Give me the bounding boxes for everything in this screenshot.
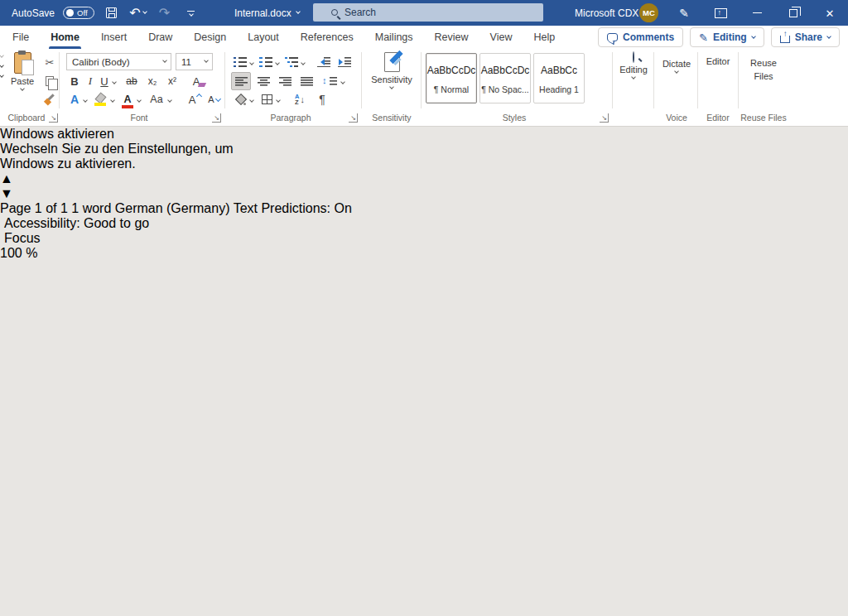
- shrink-font-button[interactable]: A: [203, 91, 219, 108]
- borders-dropdown[interactable]: [274, 93, 282, 109]
- numbering-button[interactable]: [258, 54, 273, 70]
- align-center-button[interactable]: [253, 73, 273, 89]
- style-name: Heading 1: [534, 84, 584, 94]
- highlight-button[interactable]: [93, 91, 108, 108]
- align-right-button[interactable]: [275, 73, 295, 89]
- style-no-spacing[interactable]: AaBbCcDc ¶ No Spac...: [479, 53, 531, 103]
- font-color-button[interactable]: A: [120, 91, 135, 108]
- chevron-down-icon: [20, 86, 25, 91]
- highlight-dropdown[interactable]: [108, 93, 117, 109]
- undo-button[interactable]: [129, 0, 147, 26]
- tab-home[interactable]: Home: [40, 26, 90, 49]
- editing-mode-button[interactable]: Editing: [690, 27, 764, 47]
- tab-draw[interactable]: Draw: [137, 26, 183, 49]
- avatar[interactable]: MC: [639, 3, 658, 22]
- tab-help[interactable]: Help: [523, 26, 566, 49]
- restore-button[interactable]: [775, 0, 812, 26]
- shading-dropdown[interactable]: [248, 93, 256, 109]
- bullets-dropdown[interactable]: [248, 55, 256, 72]
- change-case-icon: Aa: [150, 94, 162, 105]
- change-case-dropdown[interactable]: [166, 93, 174, 109]
- font-color-dropdown[interactable]: [135, 93, 143, 109]
- borders-button[interactable]: [259, 91, 274, 108]
- page-indicator[interactable]: Page 1 of 1: [0, 201, 68, 215]
- tab-design[interactable]: Design: [183, 26, 237, 49]
- tab-mailings[interactable]: Mailings: [364, 26, 424, 49]
- format-painter-button[interactable]: [41, 91, 58, 108]
- clipboard-dialog-launcher[interactable]: [49, 113, 58, 123]
- line-spacing-button[interactable]: [320, 73, 339, 89]
- superscript-button[interactable]: x²: [164, 73, 181, 89]
- dictate-button[interactable]: Dictate: [658, 52, 696, 73]
- subscript-button[interactable]: x₂: [144, 73, 161, 89]
- sort-button[interactable]: AZ: [290, 91, 310, 108]
- multilevel-dropdown[interactable]: [299, 55, 307, 72]
- copy-button[interactable]: [41, 73, 58, 89]
- text-effects-dropdown[interactable]: [81, 93, 89, 109]
- document-canvas[interactable]: Windows aktivieren Wechseln Sie zu den E…: [0, 127, 848, 201]
- shading-button[interactable]: [233, 91, 248, 108]
- grow-font-button[interactable]: A: [184, 91, 200, 108]
- tab-review[interactable]: Review: [424, 26, 479, 49]
- comments-button[interactable]: Comments: [598, 27, 683, 47]
- tab-references[interactable]: References: [290, 26, 364, 49]
- style-normal[interactable]: AaBbCcDc ¶ Normal: [426, 53, 477, 103]
- underline-dropdown[interactable]: [110, 75, 118, 91]
- font-size-combobox[interactable]: 11: [176, 53, 213, 70]
- close-button[interactable]: [812, 0, 848, 26]
- autosave-toggle[interactable]: Off: [63, 7, 94, 19]
- line-spacing-dropdown[interactable]: [339, 75, 347, 91]
- align-left-button[interactable]: [231, 72, 251, 90]
- paragraph-dialog-launcher[interactable]: [349, 113, 358, 123]
- accessibility-indicator[interactable]: Accessibility: Good to go: [0, 216, 848, 231]
- numbering-dropdown[interactable]: [273, 55, 282, 72]
- font-family-combobox[interactable]: Calibri (Body): [66, 53, 171, 70]
- search-input[interactable]: Search: [313, 3, 543, 22]
- justify-button[interactable]: [296, 73, 316, 89]
- vertical-scrollbar[interactable]: ▲ ▼: [0, 171, 848, 201]
- cut-button[interactable]: [41, 54, 58, 70]
- sensitivity-button[interactable]: Sensitivity: [366, 52, 417, 89]
- bullets-button[interactable]: [233, 54, 248, 70]
- multilevel-list-button[interactable]: [284, 54, 299, 70]
- styles-dialog-launcher[interactable]: [600, 113, 609, 123]
- reuse-files-button[interactable]: Reuse Files: [741, 52, 786, 81]
- text-predictions-indicator[interactable]: Text Predictions: On: [234, 201, 352, 215]
- change-case-button[interactable]: Aa: [147, 91, 166, 108]
- style-heading-1[interactable]: AaBbCc Heading 1: [533, 53, 585, 103]
- ribbon-display-options-button[interactable]: [702, 0, 739, 26]
- sensitivity-icon: [384, 52, 400, 72]
- scroll-up-button[interactable]: ▲: [0, 171, 848, 186]
- document-title[interactable]: Internal.docx: [234, 0, 300, 26]
- minimize-button[interactable]: [739, 0, 775, 26]
- customize-quick-access-button[interactable]: [182, 0, 200, 26]
- tab-view[interactable]: View: [479, 26, 523, 49]
- ink-workspace-button[interactable]: [666, 0, 702, 26]
- underline-button[interactable]: U: [99, 73, 110, 89]
- clear-formatting-button[interactable]: A: [187, 73, 205, 89]
- decrease-indent-button[interactable]: [316, 54, 332, 70]
- tab-insert[interactable]: Insert: [90, 26, 137, 49]
- increase-indent-button[interactable]: [336, 54, 353, 70]
- italic-button[interactable]: I: [84, 73, 96, 89]
- save-button[interactable]: [103, 0, 121, 26]
- redo-button[interactable]: [156, 0, 174, 26]
- editing-button[interactable]: Editing: [616, 52, 651, 79]
- language-indicator[interactable]: German (Germany): [115, 201, 230, 215]
- tab-file[interactable]: File: [2, 26, 40, 49]
- editor-button[interactable]: Editor: [701, 52, 735, 67]
- focus-mode-button[interactable]: Focus: [0, 231, 848, 246]
- voice-group-label: Voice: [658, 113, 696, 123]
- zoom-level[interactable]: 100 %: [0, 246, 37, 260]
- tab-layout[interactable]: Layout: [237, 26, 290, 49]
- text-effects-button[interactable]: A: [68, 91, 81, 108]
- strikethrough-button[interactable]: ab: [123, 73, 141, 89]
- scroll-down-button[interactable]: ▼: [0, 186, 848, 201]
- paste-button[interactable]: Paste: [7, 52, 38, 90]
- font-dialog-launcher[interactable]: [212, 113, 221, 123]
- bold-button[interactable]: B: [68, 73, 81, 89]
- grow-font-icon: A: [189, 94, 196, 106]
- word-count[interactable]: 1 word: [71, 201, 111, 215]
- share-button[interactable]: Share: [771, 27, 840, 47]
- show-hide-marks-button[interactable]: [314, 91, 330, 108]
